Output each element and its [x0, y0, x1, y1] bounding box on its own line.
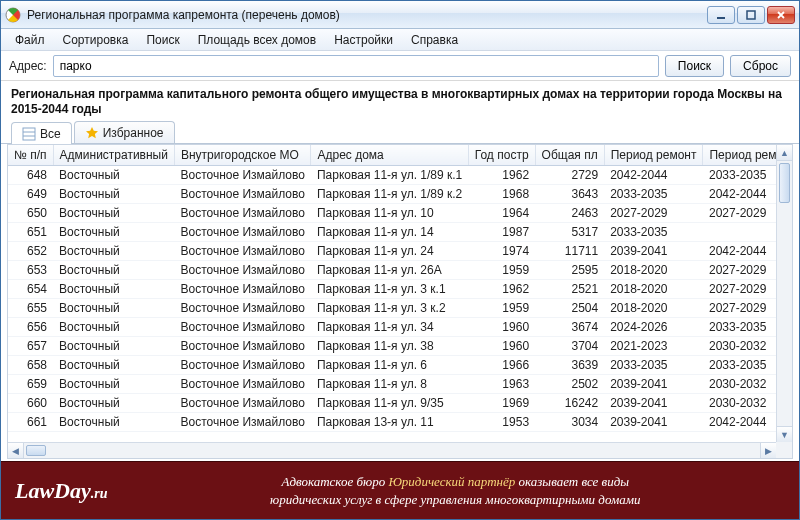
table-row[interactable]: 659ВосточныйВосточное ИзмайловоПарковая …: [8, 375, 776, 394]
table-row[interactable]: 649ВосточныйВосточное ИзмайловоПарковая …: [8, 185, 776, 204]
col-area[interactable]: Общая пл: [535, 145, 604, 166]
cell-area: 11711: [535, 242, 604, 261]
table-row[interactable]: 657ВосточныйВосточное ИзмайловоПарковая …: [8, 337, 776, 356]
cell-mo: Восточное Измайлово: [174, 413, 311, 432]
cell-area: 5317: [535, 223, 604, 242]
table-row[interactable]: 651ВосточныйВосточное ИзмайловоПарковая …: [8, 223, 776, 242]
cell-addr: Парковая 11-я ул. 3 к.1: [311, 280, 468, 299]
cell-okrug: Восточный: [53, 223, 174, 242]
window-title: Региональная программа капремонта (переч…: [27, 8, 707, 22]
cell-num: 649: [8, 185, 53, 204]
cell-mo: Восточное Измайлово: [174, 204, 311, 223]
cell-mo: Восточное Измайлово: [174, 185, 311, 204]
cell-mo: Восточное Измайлово: [174, 261, 311, 280]
table-row[interactable]: 648ВосточныйВосточное ИзмайловоПарковая …: [8, 166, 776, 185]
search-button[interactable]: Поиск: [665, 55, 724, 77]
menu-settings[interactable]: Настройки: [326, 31, 401, 49]
cell-p2: 2030-2032: [703, 375, 776, 394]
banner-text: Адвокатское бюро Юридический партнёр ока…: [126, 473, 786, 508]
app-icon: [5, 7, 21, 23]
cell-area: 3643: [535, 185, 604, 204]
table-row[interactable]: 660ВосточныйВосточное ИзмайловоПарковая …: [8, 394, 776, 413]
cell-p2: 2027-2029: [703, 280, 776, 299]
cell-year: 1963: [468, 375, 535, 394]
vertical-scrollbar[interactable]: ▲ ▼: [776, 145, 792, 442]
reset-button[interactable]: Сброс: [730, 55, 791, 77]
close-button[interactable]: [767, 6, 795, 24]
cell-num: 657: [8, 337, 53, 356]
horizontal-scroll-thumb[interactable]: [26, 445, 46, 456]
cell-num: 656: [8, 318, 53, 337]
tab-favorites[interactable]: Избранное: [74, 121, 175, 143]
col-mo[interactable]: Внутригородское МО: [174, 145, 311, 166]
scroll-down-arrow[interactable]: ▼: [777, 426, 792, 442]
cell-addr: Парковая 11-я ул. 3 к.2: [311, 299, 468, 318]
cell-mo: Восточное Измайлово: [174, 223, 311, 242]
cell-addr: Парковая 11-я ул. 24: [311, 242, 468, 261]
cell-p2: 2042-2044: [703, 185, 776, 204]
table-row[interactable]: 655ВосточныйВосточное ИзмайловоПарковая …: [8, 299, 776, 318]
cell-num: 659: [8, 375, 53, 394]
col-num[interactable]: № п/п: [8, 145, 53, 166]
cell-addr: Парковая 11-я ул. 26А: [311, 261, 468, 280]
data-table: № п/п Административный Внутригородское М…: [8, 145, 776, 432]
maximize-button[interactable]: [737, 6, 765, 24]
cell-okrug: Восточный: [53, 413, 174, 432]
svg-rect-2: [747, 11, 755, 19]
scroll-right-arrow[interactable]: ▶: [760, 443, 776, 459]
menu-file[interactable]: Файл: [7, 31, 53, 49]
cell-year: 1969: [468, 394, 535, 413]
menu-area[interactable]: Площадь всех домов: [190, 31, 325, 49]
cell-year: 1960: [468, 318, 535, 337]
cell-year: 1953: [468, 413, 535, 432]
cell-p2: 2027-2029: [703, 261, 776, 280]
minimize-button[interactable]: [707, 6, 735, 24]
col-period1[interactable]: Период ремонт: [604, 145, 703, 166]
horizontal-scrollbar[interactable]: ◀ ▶: [8, 442, 776, 458]
cell-num: 660: [8, 394, 53, 413]
cell-year: 1974: [468, 242, 535, 261]
table-row[interactable]: 661ВосточныйВосточное ИзмайловоПарковая …: [8, 413, 776, 432]
cell-p2: [703, 223, 776, 242]
cell-p1: 2018-2020: [604, 299, 703, 318]
col-okrug[interactable]: Административный: [53, 145, 174, 166]
ad-banner[interactable]: LawDay.ru Адвокатское бюро Юридический п…: [1, 461, 799, 519]
cell-mo: Восточное Измайлово: [174, 337, 311, 356]
tab-all-label: Все: [40, 127, 61, 141]
cell-addr: Парковая 11-я ул. 14: [311, 223, 468, 242]
col-period2[interactable]: Период ремонт: [703, 145, 776, 166]
vertical-scroll-thumb[interactable]: [779, 163, 790, 203]
cell-area: 2595: [535, 261, 604, 280]
table-row[interactable]: 652ВосточныйВосточное ИзмайловоПарковая …: [8, 242, 776, 261]
app-window: Региональная программа капремонта (переч…: [0, 0, 800, 520]
col-year[interactable]: Год постр: [468, 145, 535, 166]
cell-p1: 2027-2029: [604, 204, 703, 223]
scroll-left-arrow[interactable]: ◀: [8, 443, 24, 459]
table-row[interactable]: 653ВосточныйВосточное ИзмайловоПарковая …: [8, 261, 776, 280]
scroll-up-arrow[interactable]: ▲: [777, 145, 792, 161]
menu-help[interactable]: Справка: [403, 31, 466, 49]
cell-year: 1960: [468, 337, 535, 356]
cell-addr: Парковая 11-я ул. 1/89 к.2: [311, 185, 468, 204]
table-row[interactable]: 650ВосточныйВосточное ИзмайловоПарковая …: [8, 204, 776, 223]
table-row[interactable]: 654ВосточныйВосточное ИзмайловоПарковая …: [8, 280, 776, 299]
cell-addr: Парковая 11-я ул. 34: [311, 318, 468, 337]
cell-num: 648: [8, 166, 53, 185]
menu-sort[interactable]: Сортировка: [55, 31, 137, 49]
address-input[interactable]: [53, 55, 659, 77]
cell-p1: 2033-2035: [604, 185, 703, 204]
table-row[interactable]: 656ВосточныйВосточное ИзмайловоПарковая …: [8, 318, 776, 337]
cell-year: 1959: [468, 261, 535, 280]
cell-num: 653: [8, 261, 53, 280]
cell-area: 3704: [535, 337, 604, 356]
tab-all[interactable]: Все: [11, 122, 72, 144]
banner-logo-suffix: .ru: [91, 486, 108, 501]
scrollbar-corner: [776, 442, 792, 458]
table-row[interactable]: 658ВосточныйВосточное ИзмайловоПарковая …: [8, 356, 776, 375]
menu-search[interactable]: Поиск: [138, 31, 187, 49]
titlebar[interactable]: Региональная программа капремонта (переч…: [1, 1, 799, 29]
cell-p1: 2039-2041: [604, 394, 703, 413]
col-addr[interactable]: Адрес дома: [311, 145, 468, 166]
cell-year: 1959: [468, 299, 535, 318]
cell-p2: 2027-2029: [703, 204, 776, 223]
